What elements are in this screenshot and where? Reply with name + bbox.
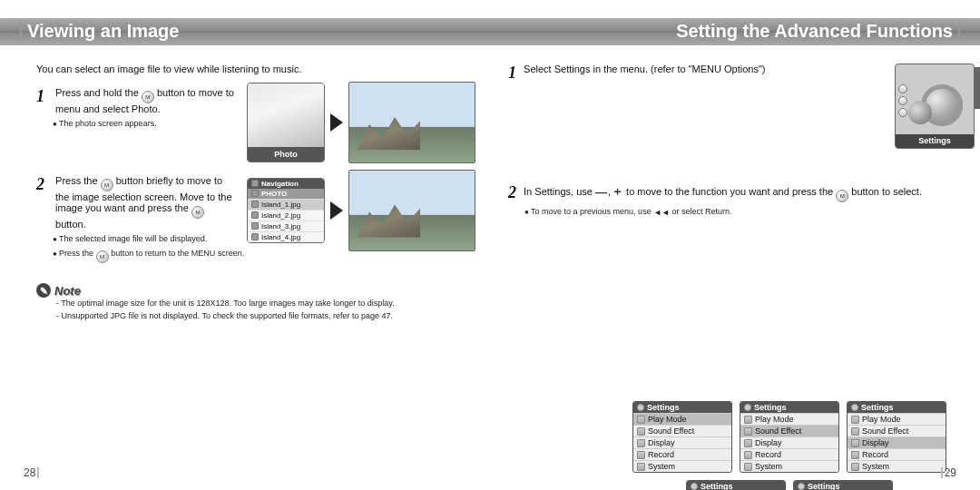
left-step-2: 2 Press the м button briefly to move to … xyxy=(36,175,490,264)
settings-panel: Settings Play Mode Sound Effect Display … xyxy=(632,401,732,473)
gear-icon xyxy=(898,96,907,105)
m-button-icon: м xyxy=(191,206,204,219)
right-column: 1 Select Settings in the menu. (refer to… xyxy=(508,64,962,239)
m-button-icon: м xyxy=(836,190,848,202)
step2-bullet: To move to a previous menu, use ◄◄ or se… xyxy=(524,206,962,219)
menu-item[interactable]: Play Mode xyxy=(633,413,731,425)
device-photo-menu: Photo xyxy=(247,83,325,162)
menu-item[interactable]: System xyxy=(848,460,946,472)
page-title-left: Viewing an Image xyxy=(20,21,179,42)
file-icon xyxy=(251,211,259,219)
rewind-icon: ◄◄ xyxy=(653,207,670,219)
menu-icon xyxy=(744,451,752,459)
down-icon xyxy=(898,108,907,117)
menu-icon xyxy=(637,439,645,447)
minus-plus-icon: —,＋ xyxy=(595,183,623,200)
gear-icon xyxy=(637,404,644,411)
list-item[interactable]: Island_3.jpg xyxy=(248,220,324,231)
menu-item[interactable]: Record xyxy=(740,448,838,460)
gear-icon xyxy=(798,483,805,490)
menu-item[interactable]: Display xyxy=(848,436,946,448)
step-text: In Settings, use —,＋ to move to the func… xyxy=(524,183,923,202)
menu-item[interactable]: Display xyxy=(633,436,731,448)
menu-icon xyxy=(744,416,752,424)
gear-icon xyxy=(691,483,698,490)
menu-icon xyxy=(744,439,752,447)
menu-icon xyxy=(744,463,752,471)
step-text: Press the м button briefly to move to th… xyxy=(55,175,237,230)
menu-item[interactable]: Display xyxy=(740,436,838,448)
device-settings-menu: Settings xyxy=(895,64,975,149)
settings-panels: Settings Play Mode Sound Effect Display … xyxy=(626,401,953,490)
note-line: - Unsupported JPG file is not displayed.… xyxy=(56,310,490,323)
menu-item[interactable]: Sound Effect xyxy=(848,425,946,436)
menu-icon xyxy=(851,439,859,447)
menu-icon xyxy=(851,463,859,471)
menu-item[interactable]: System xyxy=(633,460,731,472)
device-label: Photo xyxy=(248,147,324,162)
note-heading: ✎ Note xyxy=(36,283,490,298)
settings-panel: Settings Play Mode Sound Effect Display … xyxy=(686,480,786,490)
right-step-1: 1 Select Settings in the menu. (refer to… xyxy=(508,64,962,163)
m-button-icon: м xyxy=(101,179,113,191)
left-column: You can select an image file to view whi… xyxy=(36,64,490,322)
step1-thumbs: Photo xyxy=(247,82,475,163)
device-label: Settings xyxy=(896,134,974,148)
m-button-icon: м xyxy=(96,250,109,263)
list-item[interactable]: Island_4.jpg xyxy=(248,231,324,242)
step-text: Select Settings in the menu. (refer to "… xyxy=(524,64,832,74)
up-icon xyxy=(898,84,907,93)
settings-panel: Settings Play Mode Sound Effect Display … xyxy=(793,480,893,490)
step-number: 2 xyxy=(36,175,49,194)
settings-panel: Settings Play Mode Sound Effect Display … xyxy=(847,401,946,473)
menu-icon xyxy=(851,451,859,459)
file-icon xyxy=(251,233,259,240)
note-line: - The optimal image size for the unit is… xyxy=(56,298,490,310)
left-intro: You can select an image file to view whi… xyxy=(36,64,490,74)
file-icon xyxy=(251,222,259,230)
navigation-panel: Navigation PHOTO Island_1.jpg Island_2.j… xyxy=(247,178,325,243)
list-item[interactable]: Island_2.jpg xyxy=(248,210,324,220)
menu-item[interactable]: Record xyxy=(633,448,731,460)
nav-icon xyxy=(251,180,259,187)
menu-item[interactable]: System xyxy=(740,460,838,472)
note-icon: ✎ xyxy=(36,283,51,298)
menu-icon xyxy=(851,427,859,436)
sample-photo xyxy=(348,170,475,251)
menu-icon xyxy=(637,463,645,471)
step-number: 2 xyxy=(508,183,521,202)
arrow-icon xyxy=(330,201,343,220)
side-icons xyxy=(897,70,908,132)
list-item[interactable]: Island_1.jpg xyxy=(248,199,324,210)
right-step-2: 2 In Settings, use —,＋ to move to the fu… xyxy=(508,183,962,219)
menu-icon xyxy=(744,427,752,436)
file-icon xyxy=(251,201,259,208)
page-title-right: Setting the Advanced Functions xyxy=(676,21,960,42)
nav-category: PHOTO xyxy=(248,189,324,199)
menu-item[interactable]: Sound Effect xyxy=(740,425,838,436)
menu-icon xyxy=(637,451,645,459)
menu-icon xyxy=(851,416,859,424)
menu-icon xyxy=(637,416,645,424)
gear-icon xyxy=(744,404,751,411)
gear-icon xyxy=(908,101,932,124)
left-step-1: 1 Press and hold the м button to move to… xyxy=(36,87,490,130)
step-text: Press and hold the м button to move to m… xyxy=(55,87,237,114)
folder-icon xyxy=(251,190,259,197)
menu-item[interactable]: Play Mode xyxy=(740,413,838,425)
step-number: 1 xyxy=(508,64,521,83)
gear-icon xyxy=(851,404,858,411)
arrow-icon xyxy=(330,113,343,132)
sample-photo xyxy=(348,82,475,163)
page-number-right: 29 xyxy=(941,466,956,479)
header-bar: Viewing an Image Setting the Advanced Fu… xyxy=(0,18,980,45)
menu-item[interactable]: Sound Effect xyxy=(633,425,731,436)
menu-item[interactable]: Play Mode xyxy=(848,413,946,425)
nav-header: Navigation xyxy=(248,179,324,189)
page-number-left: 28 xyxy=(24,466,39,479)
step2-thumbs: Navigation PHOTO Island_1.jpg Island_2.j… xyxy=(247,170,475,251)
settings-panel: Settings Play Mode Sound Effect Display … xyxy=(740,401,839,473)
menu-icon xyxy=(637,427,645,436)
step-number: 1 xyxy=(36,87,49,106)
menu-item[interactable]: Record xyxy=(848,448,946,460)
